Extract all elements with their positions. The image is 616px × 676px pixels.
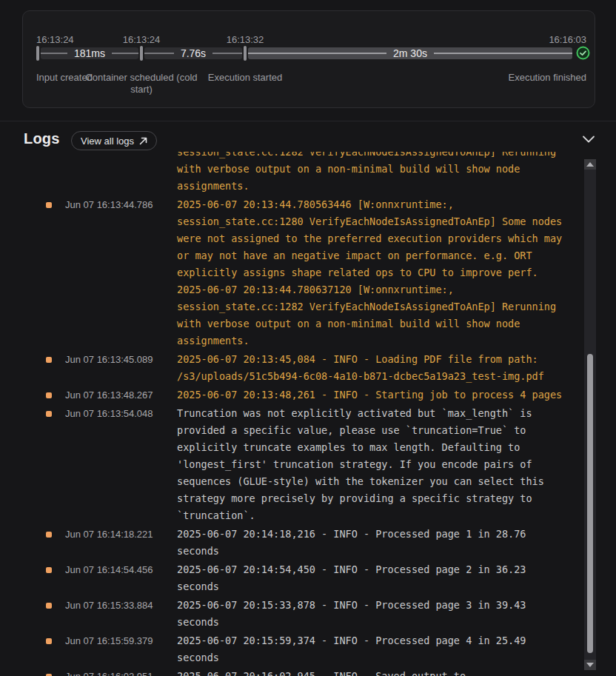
view-all-logs-button[interactable]: View all logs	[71, 131, 157, 150]
log-scrollbar[interactable]	[584, 159, 596, 670]
segment-duration: 7.76s	[174, 47, 212, 59]
log-entry: Jun 07 16:14:18.221 2025-06-07 20:14:18,…	[0, 526, 616, 560]
log-entry: Jun 07 16:13:54.048 Truncation was not e…	[0, 405, 616, 524]
log-entry: Jun 07 16:16:02.951 2025-06-07 20:16:02,…	[0, 668, 616, 676]
success-check-icon	[576, 46, 590, 60]
segment-duration: 2m 30s	[386, 47, 434, 59]
log-level-bullet	[46, 603, 52, 609]
segment-cold-start: 7.76s	[144, 47, 242, 59]
log-message: 2025-06-07 20:15:59,374 - INFO - Process…	[177, 632, 571, 666]
triangle-down-icon	[586, 663, 594, 667]
execution-timeline-card: 16:13:24 16:13:24 16:13:32 16:16:03 181m…	[22, 10, 595, 108]
event-label-execution-finished: Execution finished	[508, 72, 586, 84]
log-timestamp	[65, 152, 177, 195]
timeline-tick	[36, 46, 39, 61]
event-time-execution-started: 16:13:32	[227, 34, 264, 45]
segment-duration: 181ms	[67, 47, 112, 59]
scroll-up-button[interactable]	[584, 159, 596, 170]
arrow-up-right-icon	[139, 137, 147, 145]
logs-section-title: Logs	[24, 130, 60, 147]
log-entry: Jun 07 16:15:33.884 2025-06-07 20:15:33,…	[0, 597, 616, 631]
segment-input-to-schedule: 181ms	[41, 47, 138, 59]
timeline-tick	[244, 46, 247, 61]
log-level-bullet	[46, 357, 52, 363]
log-timestamp: Jun 07 16:15:59.379	[65, 632, 177, 666]
log-list: session_state.cc:1282 VerifyEachNodeIsAs…	[0, 152, 616, 676]
log-timestamp: Jun 07 16:13:48.267	[65, 386, 177, 404]
log-level-bullet	[46, 392, 52, 398]
event-time-execution-finished: 16:16:03	[549, 34, 586, 45]
chevron-down-icon[interactable]	[582, 135, 595, 144]
log-timestamp: Jun 07 16:14:18.221	[65, 526, 177, 560]
log-level-bullet	[46, 532, 52, 538]
segment-execution: 2m 30s	[248, 47, 572, 59]
log-message: 2025-06-07 20:14:18,216 - INFO - Process…	[177, 526, 571, 560]
log-entry: Jun 07 16:14:54.456 2025-06-07 20:14:54,…	[0, 561, 616, 595]
log-message: Truncation was not explicitly activated …	[177, 405, 571, 524]
log-entry: Jun 07 16:13:45.089 2025-06-07 20:13:45,…	[0, 351, 616, 385]
log-timestamp: Jun 07 16:16:02.951	[65, 668, 177, 676]
log-level-bullet	[46, 202, 52, 208]
log-timestamp: Jun 07 16:13:45.089	[65, 351, 177, 385]
log-viewport: session_state.cc:1282 VerifyEachNodeIsAs…	[0, 152, 616, 676]
timeline-bar: 181ms 7.76s 2m 30s	[36, 46, 590, 61]
scroll-down-button[interactable]	[584, 660, 596, 670]
section-divider	[0, 121, 616, 121]
log-entry: Jun 07 16:13:44.786 2025-06-07 20:13:44.…	[0, 196, 616, 349]
log-timestamp: Jun 07 16:13:44.786	[65, 196, 177, 349]
log-entry: session_state.cc:1282 VerifyEachNodeIsAs…	[0, 152, 616, 195]
log-timestamp: Jun 07 16:13:54.048	[65, 405, 177, 524]
event-time-input-created: 16:13:24	[36, 34, 74, 45]
event-label-container-scheduled: Container scheduled (cold start)	[82, 72, 201, 96]
log-timestamp: Jun 07 16:14:54.456	[65, 561, 177, 595]
log-entry: Jun 07 16:13:48.267 2025-06-07 20:13:48,…	[0, 386, 616, 404]
log-message: 2025-06-07 20:14:54,450 - INFO - Process…	[177, 561, 571, 595]
log-message: 2025-06-07 20:13:44.780563446 [W:onnxrun…	[177, 196, 571, 349]
log-message: 2025-06-07 20:13:45,084 - INFO - Loading…	[177, 351, 571, 385]
log-timestamp: Jun 07 16:15:33.884	[65, 597, 177, 631]
log-message: 2025-06-07 20:13:48,261 - INFO - Startin…	[177, 386, 571, 404]
log-message: 2025-06-07 20:15:33,878 - INFO - Process…	[177, 597, 571, 631]
log-message: session_state.cc:1282 VerifyEachNodeIsAs…	[177, 152, 571, 195]
scrollbar-thumb[interactable]	[587, 354, 593, 653]
triangle-up-icon	[586, 162, 594, 167]
log-level-bullet	[46, 411, 52, 417]
event-time-container-scheduled: 16:13:24	[123, 34, 161, 45]
event-label-execution-started: Execution started	[208, 72, 282, 84]
log-entry: Jun 07 16:15:59.379 2025-06-07 20:15:59,…	[0, 632, 616, 666]
log-level-bullet	[46, 567, 52, 573]
log-message: 2025-06-07 20:16:02,945 - INFO - Saved o…	[177, 668, 571, 676]
log-level-bullet	[46, 638, 52, 644]
timeline-tick	[140, 46, 143, 61]
view-all-logs-label: View all logs	[81, 135, 134, 147]
